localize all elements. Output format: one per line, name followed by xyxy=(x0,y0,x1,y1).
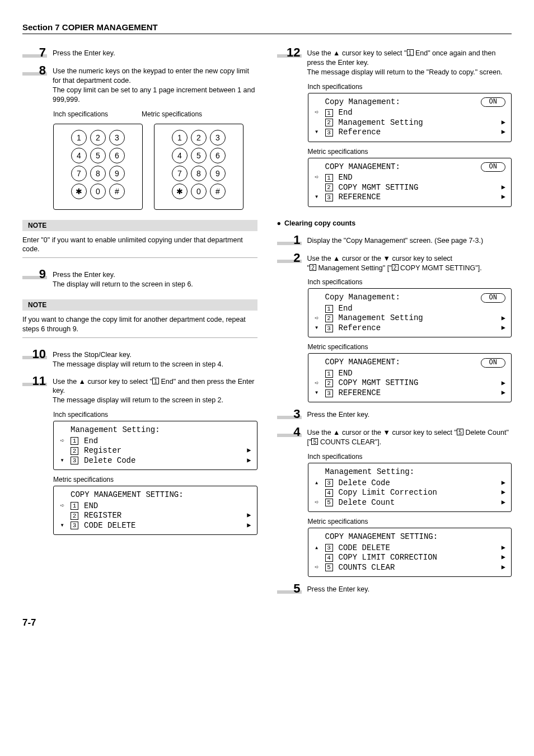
step-10: 10 Press the Stop/Clear key. The message… xyxy=(22,348,257,369)
step-8: 8 Use the numeric keys on the keypad to … xyxy=(22,64,257,105)
scroll-down-icon: ▾ xyxy=(57,522,67,530)
cursor-right-icon: ➪ xyxy=(312,173,322,182)
step-number: 1 xyxy=(277,234,302,246)
on-badge: ON xyxy=(481,293,505,303)
submenu-arrow-icon: ▶ xyxy=(502,193,505,201)
step-text: Use the ▲ cursor or the ▼ cursor key to … xyxy=(307,252,512,273)
display-clear4-metric: COPY MANAGEMENT SETTING: ▴3CODE DELETE▶ … xyxy=(308,528,512,577)
on-badge: ON xyxy=(481,358,505,368)
spec-metric-label: Metric specifications xyxy=(53,476,257,483)
cursor-right-icon: ➪ xyxy=(312,314,322,323)
note-text: Enter "0" if you want to enable unlimite… xyxy=(22,236,257,255)
submenu-arrow-icon: ▶ xyxy=(502,119,505,127)
section-title: Section 7 COPIER MANAGEMENT xyxy=(22,22,512,34)
display-step11-metric: COPY MANAGEMENT SETTING: ➪1END 2REGISTER… xyxy=(53,486,257,535)
step-text: Press the Enter key. xyxy=(307,408,512,420)
step-number: 8 xyxy=(22,64,47,77)
step-text: Display the "Copy Management" screen. (S… xyxy=(307,234,512,246)
scroll-down-icon: ▾ xyxy=(312,389,322,397)
spec-metric-label: Metric specifications xyxy=(308,148,512,156)
keypad-inch-label: Inch specifications xyxy=(53,110,108,118)
scroll-up-icon: ▴ xyxy=(312,479,322,487)
cursor-right-icon: ➪ xyxy=(57,437,67,445)
submenu-arrow-icon: ▶ xyxy=(502,479,505,487)
scroll-down-icon: ▾ xyxy=(312,128,322,137)
scroll-down-icon: ▾ xyxy=(312,324,322,332)
step-number: 7 xyxy=(22,46,47,59)
submenu-arrow-icon: ▶ xyxy=(502,564,505,572)
step-text: Use the ▲ cursor or the ▼ cursor key to … xyxy=(307,426,512,447)
submenu-arrow-icon: ▶ xyxy=(502,489,505,497)
right-column: 12 Use the ▲ cursor key to select "1 End… xyxy=(277,46,512,600)
step-text: Press the Enter key. xyxy=(53,46,257,58)
step-text: Press the Stop/Clear key. The message di… xyxy=(53,348,257,369)
submenu-arrow-icon: ▶ xyxy=(502,128,505,137)
spec-inch-label: Inch specifications xyxy=(308,83,512,91)
step-text: Use the ▲ cursor key to select "1 End" a… xyxy=(53,375,257,406)
scroll-up-icon: ▴ xyxy=(312,544,322,552)
display-step12-inch: Copy Management:ON ➪1End 2Management Set… xyxy=(308,93,512,142)
left-column: 7 Press the Enter key. 8 Use the numeric… xyxy=(22,46,257,600)
spec-metric-label: Metric specifications xyxy=(308,343,512,351)
submenu-arrow-icon: ▶ xyxy=(502,324,505,332)
step-7: 7 Press the Enter key. xyxy=(22,46,257,59)
step-number: 9 xyxy=(22,268,47,280)
submenu-arrow-icon: ▶ xyxy=(247,522,251,530)
submenu-arrow-icon: ▶ xyxy=(247,447,251,455)
clear-step-3: 3 Press the Enter key. xyxy=(277,408,512,420)
submenu-arrow-icon: ▶ xyxy=(502,544,505,552)
cursor-right-icon: ➪ xyxy=(312,379,322,388)
step-12: 12 Use the ▲ cursor key to select "1 End… xyxy=(277,46,512,77)
clear-step-1: 1 Display the "Copy Management" screen. … xyxy=(277,234,512,246)
submenu-arrow-icon: ▶ xyxy=(247,511,251,520)
keypad-metric: 123 456 789 ✱0# xyxy=(154,124,243,210)
step-number: 10 xyxy=(22,348,47,360)
cursor-right-icon: ➪ xyxy=(312,499,322,507)
keypad-illustration: 123 456 789 ✱0# 123 456 789 ✱0# xyxy=(53,124,257,210)
step-number: 3 xyxy=(277,408,302,420)
subhead-clearing: Clearing copy counts xyxy=(277,219,512,227)
step-number: 11 xyxy=(22,375,47,387)
step-11: 11 Use the ▲ cursor key to select "1 End… xyxy=(22,375,257,406)
submenu-arrow-icon: ▶ xyxy=(247,457,251,465)
display-step12-metric: COPY MANAGEMENT:ON ➪1END 2COPY MGMT SETT… xyxy=(308,158,512,207)
step-text: Use the ▲ cursor key to select "1 End" o… xyxy=(307,46,512,77)
note-label: NOTE xyxy=(22,220,257,231)
spec-inch-label: Inch specifications xyxy=(308,453,512,461)
step-text: Press the Enter key. xyxy=(307,583,512,594)
clear-step-2: 2 Use the ▲ cursor or the ▼ cursor key t… xyxy=(277,252,512,273)
cursor-right-icon: ➪ xyxy=(312,109,322,117)
spec-inch-label: Inch specifications xyxy=(308,278,512,286)
note-text: If you want to change the copy limit for… xyxy=(22,315,257,334)
step-number: 5 xyxy=(277,583,302,595)
scroll-down-icon: ▾ xyxy=(312,193,322,201)
cursor-right-icon: ➪ xyxy=(57,502,67,510)
submenu-arrow-icon: ▶ xyxy=(502,389,505,397)
step-number: 2 xyxy=(277,252,302,264)
keypad-inch: 123 456 789 ✱0# xyxy=(53,124,143,210)
display-step11-inch: Management Setting: ➪1End 2Register▶ ▾3D… xyxy=(53,421,257,470)
note-label: NOTE xyxy=(22,299,257,311)
page-number: 7-7 xyxy=(22,617,512,628)
submenu-arrow-icon: ▶ xyxy=(502,184,505,192)
step-number: 4 xyxy=(277,426,302,438)
step-9: 9 Press the Enter key. The display will … xyxy=(22,268,257,289)
submenu-arrow-icon: ▶ xyxy=(502,314,505,323)
cursor-right-icon: ➪ xyxy=(312,564,322,572)
spec-metric-label: Metric specifications xyxy=(308,518,512,525)
display-clear2-inch: Copy Management:ON 1End ➪2Management Set… xyxy=(308,288,512,337)
scroll-down-icon: ▾ xyxy=(57,457,67,465)
submenu-arrow-icon: ▶ xyxy=(502,499,505,507)
submenu-arrow-icon: ▶ xyxy=(502,553,505,562)
clear-step-4: 4 Use the ▲ cursor or the ▼ cursor key t… xyxy=(277,426,512,447)
display-clear4-inch: Management Setting: ▴3Delete Code▶ 4Copy… xyxy=(308,463,512,512)
clear-step-5: 5 Press the Enter key. xyxy=(277,583,512,595)
step-text: Press the Enter key. The display will re… xyxy=(53,268,257,289)
step-number: 12 xyxy=(277,46,302,59)
display-clear2-metric: COPY MANAGEMENT:ON 1END ➪2COPY MGMT SETT… xyxy=(308,353,512,402)
submenu-arrow-icon: ▶ xyxy=(502,379,505,388)
step-text: Use the numeric keys on the keypad to en… xyxy=(53,64,257,105)
keypad-metric-label: Metric specifications xyxy=(142,110,202,118)
on-badge: ON xyxy=(481,162,505,172)
note-1: NOTE Enter "0" if you want to enable unl… xyxy=(22,220,257,259)
